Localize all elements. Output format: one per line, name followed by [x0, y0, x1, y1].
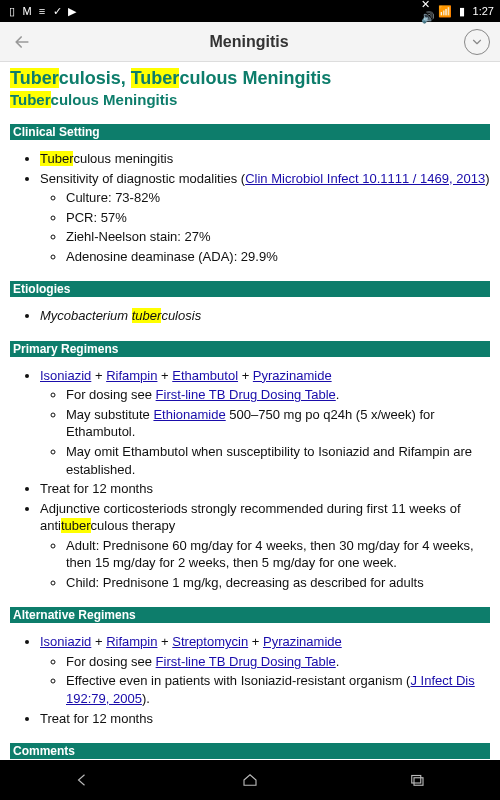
- list-item: Child: Prednisone 1 mg/kg, decreasing as…: [66, 574, 490, 592]
- sub-heading: Tuberculous Meningitis: [10, 91, 490, 108]
- expand-button[interactable]: [464, 29, 490, 55]
- section-comments: Comments: [10, 743, 490, 759]
- back-button[interactable]: [10, 30, 34, 54]
- main-heading: Tuberculosis, Tuberculous Meningitis: [10, 68, 490, 89]
- list-item: Adjunctive corticosteriods strongly reco…: [40, 500, 490, 592]
- highlight: Tuber: [131, 68, 180, 88]
- back-nav-button[interactable]: [68, 768, 98, 792]
- list-item: Culture: 73-82%: [66, 189, 490, 207]
- drug-link[interactable]: Ethionamide: [153, 407, 225, 422]
- highlight: Tuber: [10, 68, 59, 88]
- etiologies-list: Mycobacterium tuberculosis: [10, 307, 490, 325]
- gmail-icon: M: [21, 5, 33, 17]
- highlight: tuber: [61, 518, 91, 533]
- recent-nav-button[interactable]: [402, 768, 432, 792]
- list-item: Isoniazid + Rifampin + Ethambutol + Pyra…: [40, 367, 490, 478]
- list-item: Adult: Prednisone 60 mg/day for 4 weeks,…: [66, 537, 490, 572]
- home-nav-button[interactable]: [235, 768, 265, 792]
- drug-link[interactable]: Streptomycin: [172, 634, 248, 649]
- drug-link[interactable]: Isoniazid: [40, 368, 91, 383]
- drug-link[interactable]: Pyrazinamide: [263, 634, 342, 649]
- highlight: tuber: [132, 308, 162, 323]
- notif-icon: ▯: [6, 5, 18, 17]
- highlight: Tuber: [10, 91, 51, 108]
- list-item: Adenosine deaminase (ADA): 29.9%: [66, 248, 490, 266]
- list-item: Mycobacterium tuberculosis: [40, 307, 490, 325]
- list-item: Tuberculous meningitis: [40, 150, 490, 168]
- list-item: Isoniazid + Rifampin + Streptomycin + Py…: [40, 633, 490, 707]
- content-scroll[interactable]: Tuberculosis, Tuberculous Meningitis Tub…: [0, 62, 500, 760]
- highlight: Tuber: [40, 151, 73, 166]
- status-right: ✕🔊 📶 ▮ 1:27: [422, 5, 494, 17]
- page-title: Meningitis: [34, 33, 464, 51]
- drug-link[interactable]: Ethambutol: [172, 368, 238, 383]
- reference-link[interactable]: Clin Microbiol Infect 10.1111 / 1469, 20…: [245, 171, 485, 186]
- section-clinical-setting: Clinical Setting: [10, 124, 490, 140]
- section-etiologies: Etiologies: [10, 281, 490, 297]
- list-item: Treat for 12 months: [40, 480, 490, 498]
- status-left: ▯ M ≡ ✓ ▶: [6, 5, 78, 17]
- list-item: For dosing see First-line TB Drug Dosing…: [66, 386, 490, 404]
- status-bar: ▯ M ≡ ✓ ▶ ✕🔊 📶 ▮ 1:27: [0, 0, 500, 22]
- primary-list: Isoniazid + Rifampin + Ethambutol + Pyra…: [10, 367, 490, 592]
- list-item: May substitute Ethionamide 500–750 mg po…: [66, 406, 490, 441]
- battery-icon: ▮: [456, 5, 468, 17]
- drug-link[interactable]: Rifampin: [106, 634, 157, 649]
- svg-rect-1: [414, 778, 423, 786]
- drug-link[interactable]: Pyrazinamide: [253, 368, 332, 383]
- section-primary-regimens: Primary Regimens: [10, 341, 490, 357]
- android-nav-bar: [0, 760, 500, 800]
- app-header: Meningitis: [0, 22, 500, 62]
- alternative-list: Isoniazid + Rifampin + Streptomycin + Py…: [10, 633, 490, 727]
- list-item: May omit Ethambutol when susceptibility …: [66, 443, 490, 478]
- mute-icon: ✕🔊: [422, 5, 434, 17]
- drug-link[interactable]: Rifampin: [106, 368, 157, 383]
- list-item: Ziehl-Neelson stain: 27%: [66, 228, 490, 246]
- dosing-link[interactable]: First-line TB Drug Dosing Table: [156, 387, 336, 402]
- list-icon: ≡: [36, 5, 48, 17]
- dosing-link[interactable]: First-line TB Drug Dosing Table: [156, 654, 336, 669]
- wifi-icon: 📶: [439, 5, 451, 17]
- list-item: Effective even in patients with Isoniazi…: [66, 672, 490, 707]
- check-icon: ✓: [51, 5, 63, 17]
- list-item: Sensitivity of diagnostic modalities (Cl…: [40, 170, 490, 266]
- svg-rect-0: [411, 776, 420, 784]
- drug-link[interactable]: Isoniazid: [40, 634, 91, 649]
- section-alternative-regimens: Alternative Regimens: [10, 607, 490, 623]
- list-item: Treat for 12 months: [40, 710, 490, 728]
- list-item: PCR: 57%: [66, 209, 490, 227]
- list-item: For dosing see First-line TB Drug Dosing…: [66, 653, 490, 671]
- clock: 1:27: [473, 5, 494, 17]
- play-icon: ▶: [66, 5, 78, 17]
- clinical-list: Tuberculous meningitis Sensitivity of di…: [10, 150, 490, 265]
